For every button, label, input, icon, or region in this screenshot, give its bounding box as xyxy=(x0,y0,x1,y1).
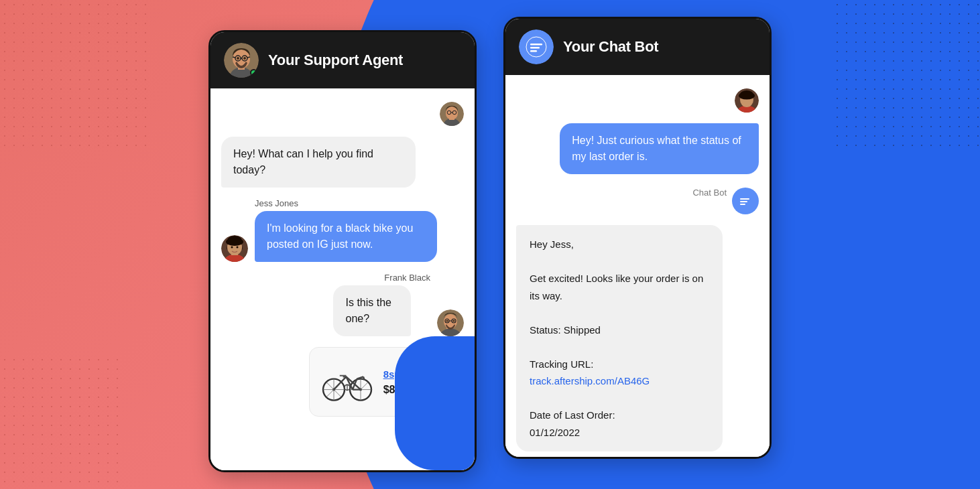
svg-point-20 xyxy=(226,238,243,246)
bot-line-4: Tracking URL: xyxy=(530,356,709,373)
bot-line-3: Status: Shipped xyxy=(530,322,709,339)
jess-message-col: Jess Jones I'm looking for a black bike … xyxy=(255,198,437,262)
svg-line-37 xyxy=(326,382,333,389)
svg-rect-66 xyxy=(740,204,745,205)
svg-point-29 xyxy=(446,320,448,322)
phone1-agent-name: Your Support Agent xyxy=(268,52,403,69)
phone2-bot-name: Your Chat Bot xyxy=(563,38,658,56)
bot-line-1: Hey Jess, xyxy=(530,236,709,253)
svg-point-22 xyxy=(237,247,239,249)
svg-point-9 xyxy=(243,57,246,60)
bot-avatar-header xyxy=(519,29,554,64)
phone-chat-bot: Your Chat Bot Hey! Ju xyxy=(503,17,772,459)
phone2-header: Your Chat Bot xyxy=(505,19,770,75)
bot-order-date: 01/12/2022 xyxy=(530,424,709,441)
svg-point-30 xyxy=(453,320,455,322)
jess-avatar xyxy=(221,235,248,262)
svg-rect-65 xyxy=(740,201,747,202)
jess-bubble: I'm looking for a black bike you posted … xyxy=(255,211,437,262)
svg-line-50 xyxy=(363,376,365,380)
svg-point-63 xyxy=(739,92,755,100)
svg-point-21 xyxy=(231,247,233,249)
frank-text-bubble: Is this the one? xyxy=(333,285,411,336)
phone1-blue-curve xyxy=(395,336,475,470)
svg-point-25 xyxy=(444,314,457,329)
phone-support-agent: Your Support Agent xyxy=(208,30,477,472)
chat-bot-label: Chat Bot xyxy=(692,188,727,198)
svg-line-7 xyxy=(247,57,250,58)
svg-rect-57 xyxy=(530,47,540,49)
chat-bot-label-row: Chat Bot xyxy=(516,188,759,214)
jess-name-label: Jess Jones xyxy=(255,198,437,208)
svg-rect-56 xyxy=(530,44,542,46)
jess-message-row: Jess Jones I'm looking for a black bike … xyxy=(221,198,464,262)
frank-message-col: Frank Black Is this the one? xyxy=(333,273,430,336)
phone1-top-avatar-area xyxy=(221,102,464,126)
phone2-user-bubble: Hey! Just curious what the status of my … xyxy=(560,123,759,174)
svg-line-6 xyxy=(233,57,235,58)
phone2-top-area xyxy=(516,88,759,113)
phone1-header: Your Support Agent xyxy=(210,32,475,88)
online-indicator xyxy=(250,69,257,76)
svg-point-8 xyxy=(237,57,239,60)
bot-line-2: Get excited! Looks like your order is on… xyxy=(530,270,709,304)
svg-line-39 xyxy=(326,390,333,397)
frank-name-label: Frank Black xyxy=(384,273,430,283)
bot-response-bubble: Hey Jess, Get excited! Looks like your o… xyxy=(516,225,723,451)
svg-line-40 xyxy=(334,390,341,397)
phone1-greeting-bubble: Hey! What can I help you find today? xyxy=(221,137,416,188)
svg-line-48 xyxy=(361,382,368,389)
bot-icon-small xyxy=(732,188,759,214)
svg-rect-58 xyxy=(530,50,537,52)
product-image xyxy=(320,358,374,405)
agent-avatar xyxy=(224,43,259,78)
phone2-chat-body: Hey! Just curious what the status of my … xyxy=(505,75,770,457)
bot-line-5: Date of Last Order: xyxy=(530,407,709,424)
svg-rect-64 xyxy=(740,198,749,200)
main-content: Your Support Agent xyxy=(0,0,980,489)
bot-tracking-url[interactable]: track.aftership.com/AB46G xyxy=(530,372,709,390)
frank-avatar xyxy=(437,309,464,336)
frank-message-row: Frank Black Is this the one? xyxy=(221,273,464,336)
